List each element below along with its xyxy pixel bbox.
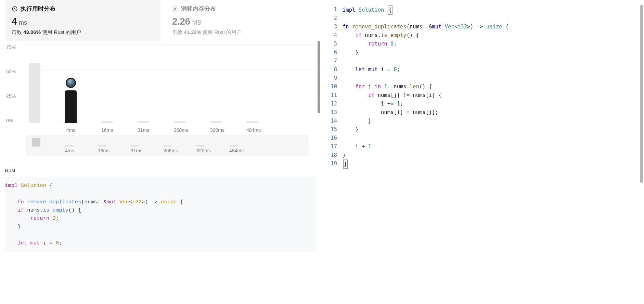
runtime-value: 4 — [12, 16, 17, 27]
runtime-card-title: 执行用时分布 — [21, 5, 55, 13]
chart-bar[interactable] — [29, 63, 40, 123]
clock-icon — [12, 6, 18, 12]
editor-line-gutter: 12345678910111213141516171819 — [321, 0, 341, 304]
chart-brush[interactable]: 4ms16ms31ms268ms320ms484ms — [25, 135, 309, 156]
gear-icon — [172, 6, 178, 12]
editor-scrollbar[interactable] — [639, 0, 644, 304]
memory-value: 2.26 — [172, 16, 190, 27]
chart-bar[interactable] — [138, 121, 149, 123]
code-editor-pane: 12345678910111213141516171819 impl Solut… — [321, 0, 644, 304]
code-language-label: Rust — [5, 167, 316, 173]
runtime-card[interactable]: 执行用时分布 4 ms 击败 43.06% 使用 Rust 的用户 — [5, 0, 160, 41]
submission-code-block: Rust impl Solution { fn remove_duplicate… — [0, 161, 321, 252]
chart-bar[interactable] — [210, 121, 222, 123]
memory-card-title: 消耗内存分布 — [181, 5, 216, 13]
runtime-distribution-chart: 75%50%25%0% 4ms16ms31ms268ms320ms484ms 4… — [0, 41, 321, 156]
memory-unit: MB — [192, 19, 202, 26]
chart-bar[interactable] — [101, 121, 113, 123]
chart-bar[interactable] — [246, 121, 258, 123]
memory-card[interactable]: 消耗内存分布 2.26 MB 击败 41.32% 使用 Rust 的用户 — [166, 0, 321, 41]
user-avatar-marker — [66, 78, 76, 88]
submission-code[interactable]: impl Solution { fn remove_duplicates(num… — [5, 181, 316, 247]
svg-point-1 — [175, 8, 176, 10]
chart-bar[interactable] — [65, 90, 77, 123]
results-pane: 执行用时分布 4 ms 击败 43.06% 使用 Rust 的用户 消耗内存分布 — [0, 0, 321, 304]
editor-body[interactable]: impl Solution {fn remove_duplicates(nums… — [341, 0, 644, 304]
left-scrollbar[interactable] — [317, 0, 321, 304]
runtime-beat-text: 击败 43.06% 使用 Rust 的用户 — [12, 29, 154, 36]
chart-y-ticks: 75%50%25%0% — [6, 45, 21, 123]
code-editor[interactable]: 12345678910111213141516171819 impl Solut… — [321, 0, 644, 304]
memory-beat-text: 击败 41.32% 使用 Rust 的用户 — [172, 29, 315, 36]
chart-bar[interactable] — [174, 121, 185, 123]
chart-x-ticks: 4ms16ms31ms268ms320ms484ms — [25, 127, 315, 133]
runtime-unit: ms — [19, 19, 27, 26]
